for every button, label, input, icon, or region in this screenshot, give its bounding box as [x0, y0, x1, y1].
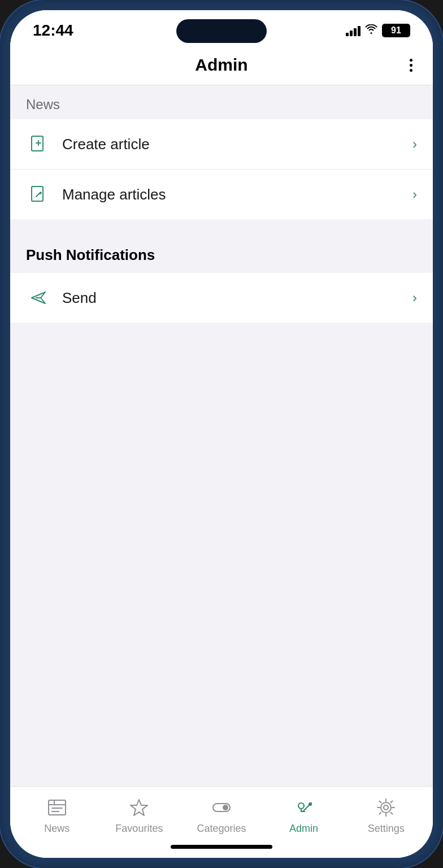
manage-articles-label: Manage articles [62, 186, 412, 203]
admin-tab-label: Admin [289, 823, 318, 835]
categories-tab-icon [210, 796, 233, 819]
settings-tab-label: Settings [368, 823, 405, 835]
chevron-right-icon: › [412, 186, 417, 202]
phone-screen: 12:44 91 [10, 10, 433, 858]
more-options-button[interactable] [405, 54, 417, 76]
tab-news[interactable]: News [29, 796, 85, 835]
tab-favourites[interactable]: Favourites [111, 796, 167, 835]
tab-admin[interactable]: Admin [276, 796, 332, 835]
news-list: Create article › Manage articles › [10, 119, 433, 219]
news-section-header: News [10, 85, 433, 119]
push-notifications-section-header: Push Notifications [10, 235, 433, 273]
svg-point-17 [381, 802, 391, 813]
tab-categories[interactable]: Categories [193, 796, 250, 835]
status-icons: 91 [346, 24, 410, 37]
chevron-right-icon: › [412, 136, 417, 152]
settings-tab-icon [374, 796, 398, 819]
categories-tab-label: Categories [197, 823, 246, 835]
send-item[interactable]: Send › [10, 273, 433, 323]
svg-point-15 [309, 803, 311, 805]
push-notifications-list: Send › [10, 273, 433, 323]
send-icon [26, 285, 51, 310]
content-area: News Create article › [10, 85, 433, 786]
push-notifications-section-title: Push Notifications [26, 246, 155, 263]
chevron-right-icon: › [412, 290, 417, 306]
wifi-icon [365, 24, 377, 37]
svg-rect-3 [32, 186, 43, 201]
battery-indicator: 91 [382, 24, 410, 37]
section-spacer [10, 219, 433, 235]
favourites-tab-icon [127, 796, 151, 819]
page-title: Admin [195, 55, 247, 75]
tab-settings[interactable]: Settings [358, 796, 414, 835]
tab-bar: News Favourites Categories [10, 786, 433, 840]
dynamic-island [176, 19, 267, 43]
edit-doc-icon [26, 182, 51, 207]
send-label: Send [62, 289, 412, 307]
home-indicator [10, 840, 433, 858]
svg-point-13 [298, 803, 304, 809]
create-article-item[interactable]: Create article › [10, 119, 433, 170]
signal-bars-icon [346, 25, 361, 36]
create-article-label: Create article [62, 136, 412, 153]
news-section-title: News [26, 97, 60, 112]
create-doc-icon [26, 132, 51, 157]
svg-point-12 [223, 805, 228, 810]
svg-point-16 [384, 805, 388, 810]
news-tab-icon [45, 796, 69, 819]
favourites-tab-label: Favourites [115, 823, 163, 835]
manage-articles-item[interactable]: Manage articles › [10, 170, 433, 219]
phone-frame: 12:44 91 [0, 0, 443, 868]
app-header: Admin [10, 45, 433, 85]
status-time: 12:44 [33, 21, 73, 40]
news-tab-label: News [44, 823, 70, 835]
svg-marker-10 [131, 800, 147, 815]
admin-tab-icon [292, 796, 316, 819]
status-bar: 12:44 91 [10, 10, 433, 45]
